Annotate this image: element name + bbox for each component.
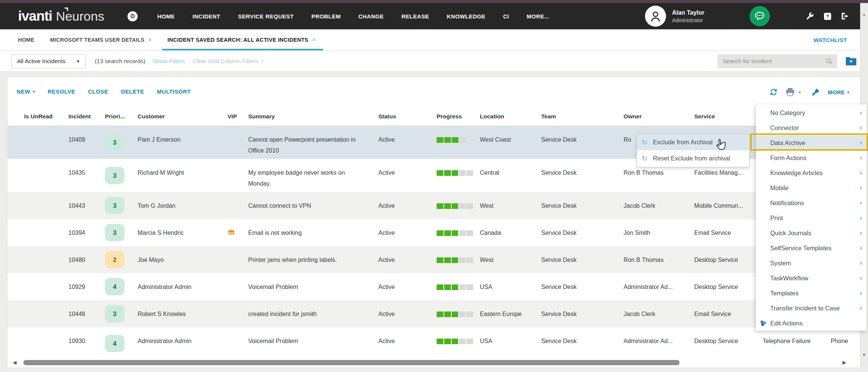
- column-header-is-unread[interactable]: Is UnRead: [8, 107, 68, 126]
- incident-row-10480[interactable]: 104802Joe MayoPrinter jams when printing…: [8, 246, 860, 273]
- column-header-owner[interactable]: Owner: [624, 107, 694, 126]
- cell-progress: [437, 273, 480, 300]
- incident-row-10448[interactable]: 104483Robert S Knowlescreated incident f…: [8, 300, 860, 327]
- menu-item-notifications[interactable]: Notifications›: [756, 195, 866, 210]
- column-header-progress[interactable]: Progress: [437, 107, 480, 126]
- progress-segment: [459, 170, 466, 176]
- nav-item-ci[interactable]: CI: [503, 13, 509, 20]
- print-icon[interactable]: [785, 88, 795, 97]
- submenu-item-reset-exclude-from-archival[interactable]: ↻Reset Exclude from archival: [637, 150, 749, 166]
- nav-item-problem[interactable]: PROBLEM: [311, 13, 341, 20]
- watchlist-link[interactable]: WATCHLIST: [813, 37, 847, 43]
- virtual-assistant-icon[interactable]: [750, 6, 770, 26]
- tab-microsoft-teams-user-details[interactable]: MICROSOFT TEAMS USER DETAILS×: [50, 29, 152, 50]
- print-caret-down-icon[interactable]: ▾: [799, 90, 801, 94]
- menu-item-transfer-incident-to-case[interactable]: Transfer Incident to Case›: [756, 301, 866, 316]
- cell-customer: Marcia S Hendric: [138, 219, 228, 246]
- column-header-customer[interactable]: Customer: [138, 107, 228, 126]
- close-icon[interactable]: ×: [313, 37, 316, 43]
- chevron-right-icon: ›: [860, 124, 862, 132]
- delete-button[interactable]: DELETE: [121, 88, 144, 95]
- chevron-right-icon: ›: [860, 259, 862, 267]
- column-header-incident[interactable]: Incident: [68, 107, 105, 126]
- resolve-button[interactable]: RESOLVE: [48, 88, 75, 95]
- refresh-icon[interactable]: [769, 88, 778, 96]
- column-header-service[interactable]: Service: [694, 107, 763, 126]
- nav-item-release[interactable]: RELEASE: [401, 13, 429, 20]
- gear-icon[interactable]: ⚙: [127, 11, 138, 21]
- saved-search-dropdown[interactable]: All Active Incidents ▼: [11, 54, 86, 68]
- cell-incident-number: 10929: [68, 273, 105, 300]
- menu-item-edit-actions[interactable]: Edit Actions: [756, 316, 866, 331]
- nav-item-knowledge[interactable]: KNOWLEDGE: [447, 13, 486, 20]
- grid-action-buttons: NEW▾RESOLVECLOSEDELETEMULTISORT: [17, 88, 191, 95]
- cell-status: Active: [378, 126, 437, 159]
- cell-status: Active: [378, 273, 437, 300]
- pin-icon[interactable]: [811, 88, 820, 97]
- cell-customer: Administrator Admin: [138, 273, 228, 300]
- clear-grid-column-filters-link[interactable]: Clear Grid Column Filters ▾: [193, 58, 263, 65]
- scroll-right-icon[interactable]: ▶: [842, 360, 846, 365]
- new-button[interactable]: NEW▾: [17, 88, 35, 95]
- menu-item-taskworkflow[interactable]: TaskWorkflow›: [756, 271, 866, 286]
- cell-is-unread: [8, 159, 68, 192]
- cell-vip: [228, 192, 248, 219]
- cell-summary: Printer jams when printing labels.: [248, 246, 378, 273]
- horizontal-scrollbar-thumb[interactable]: [23, 360, 680, 365]
- cell-owner: Jon Smith: [624, 219, 694, 246]
- nav-item-more[interactable]: MORE...: [527, 13, 549, 20]
- column-header-team[interactable]: Team: [541, 107, 624, 126]
- user-block[interactable]: Alan Taylor Administrator: [672, 9, 704, 23]
- submenu-item-exclude-from-archival[interactable]: ↻Exclude from Archival: [637, 134, 749, 150]
- nav-item-service-request[interactable]: SERVICE REQUEST: [238, 13, 294, 20]
- saved-search-folder-icon[interactable]: [845, 56, 857, 67]
- show-filters-link[interactable]: Show Filters: [153, 58, 185, 65]
- menu-item-templates[interactable]: Templates›: [756, 286, 866, 301]
- incident-row-10930[interactable]: 109304Administrator AdminVoicemail Probl…: [8, 327, 860, 360]
- avatar[interactable]: [645, 6, 666, 27]
- column-header-location[interactable]: Location: [480, 107, 541, 126]
- scroll-left-icon[interactable]: ◀: [13, 360, 17, 365]
- horizontal-scrollbar[interactable]: ◀ ▶: [11, 359, 857, 366]
- menu-item-data-archive[interactable]: Data Archive›: [756, 135, 866, 150]
- incident-row-10443[interactable]: 104433Tom G JordanCannot connect to VPNA…: [8, 192, 860, 219]
- logout-icon[interactable]: [841, 12, 849, 20]
- scroll-down-icon[interactable]: ▼: [862, 352, 866, 357]
- menu-item-connector[interactable]: Connector›: [756, 120, 866, 135]
- menu-item-selfservice-templates[interactable]: SelfService Templates›: [756, 240, 866, 256]
- close-button[interactable]: CLOSE: [88, 88, 108, 95]
- data-archive-submenu: ↻Exclude from Archival↻Reset Exclude fro…: [637, 134, 750, 167]
- search-input[interactable]: [722, 57, 826, 65]
- column-header-status[interactable]: Status: [378, 107, 437, 126]
- nav-item-home[interactable]: HOME: [157, 13, 175, 20]
- nav-item-change[interactable]: CHANGE: [358, 13, 384, 20]
- settings-wrench-icon[interactable]: [806, 12, 814, 20]
- menu-item-print[interactable]: Print›: [756, 210, 866, 225]
- cell-priority: 3: [105, 159, 138, 192]
- caret-down-icon: ▾: [847, 90, 849, 94]
- menu-item-quick-journals[interactable]: Quick Journals›: [756, 225, 866, 240]
- incident-search-box[interactable]: [718, 54, 837, 68]
- column-header-vip[interactable]: VIP: [228, 107, 248, 126]
- multisort-button[interactable]: MULTISORT: [157, 88, 191, 95]
- cell-vip: [228, 126, 248, 159]
- column-header-summary[interactable]: Summary: [248, 107, 378, 126]
- scroll-up-icon[interactable]: ▲: [862, 12, 866, 17]
- cell-location: West: [480, 192, 541, 219]
- help-icon[interactable]: ?: [824, 13, 831, 20]
- tab-incident-saved-search[interactable]: INCIDENT SAVED SEARCH: ALL ACTIVE INCIDE…: [167, 29, 316, 50]
- menu-item-form-actions[interactable]: Form Actions›: [756, 150, 866, 165]
- menu-item-no-category[interactable]: No Category›: [756, 105, 866, 120]
- nav-item-incident[interactable]: INCIDENT: [193, 13, 220, 20]
- column-header-priori[interactable]: Priori...: [105, 107, 138, 126]
- menu-item-mobile[interactable]: Mobile›: [756, 180, 866, 195]
- tab-home[interactable]: HOME: [18, 29, 34, 50]
- close-icon[interactable]: ×: [149, 37, 152, 43]
- incident-row-10394[interactable]: 103943Marcia S HendricEmail is not worki…: [8, 219, 860, 246]
- more-button[interactable]: MORE ▾: [828, 89, 849, 95]
- incident-row-10929[interactable]: 109294Administrator AdminVoicemail Probl…: [8, 273, 860, 300]
- menu-item-label: SelfService Templates: [770, 245, 832, 252]
- cell-incident-number: 10480: [68, 246, 105, 273]
- menu-item-knowledge-articles[interactable]: Knowledge Articles›: [756, 165, 866, 180]
- menu-item-system[interactable]: System›: [756, 256, 866, 271]
